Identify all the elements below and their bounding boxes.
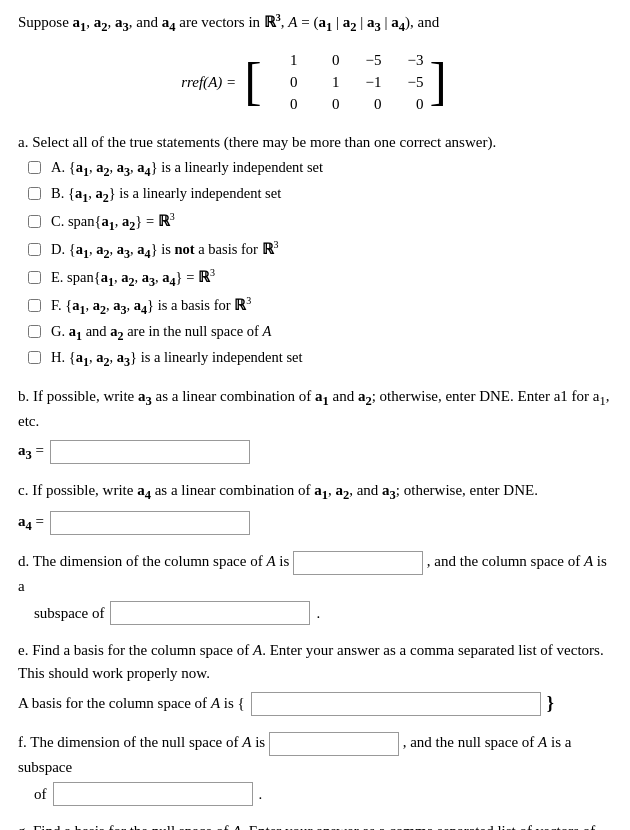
cell-2-3: 0 [390,93,428,116]
checkbox-F[interactable] [28,299,41,312]
checkbox-H[interactable] [28,351,41,364]
cell-1-3: −5 [390,71,428,94]
part-g: g. Find a basis for the null space of A.… [18,820,612,830]
option-C-text: C. span{a1, a2} = ℝ3 [51,209,175,235]
col-a3: a3 [367,14,381,30]
part-c-input[interactable] [50,511,250,535]
part-f-text1: f. The dimension of the null space of A … [18,734,269,750]
part-e-input[interactable] [251,692,541,716]
option-F-text: F. {a1, a2, a3, a4} is a basis for ℝ3 [51,293,251,319]
part-d-period: . [316,602,320,625]
option-D-text: D. {a1, a2, a3, a4} is not a basis for ℝ… [51,237,279,263]
cell-0-3: −3 [390,49,428,72]
part-g-label: g. Find a basis for the null space of A.… [18,820,612,830]
checkbox-D[interactable] [28,243,41,256]
matrix-grid: 1 0 −5 −3 0 1 −1 −5 0 0 0 0 [264,47,428,117]
a1-label: a1 [73,14,87,30]
cell-1-1: 1 [306,71,344,94]
option-F: F. {a1, a2, a3, a4} is a basis for ℝ3 [28,293,612,319]
part-f-of-label: of [34,783,47,806]
part-c-var-label: a4 = [18,510,44,536]
col-a1: a1 [318,14,332,30]
part-e-label: e. Find a basis for the column space of … [18,639,612,684]
cell-0-1: 0 [306,49,344,72]
part-d-text1: d. The dimension of the column space of … [18,553,293,569]
part-d-subspace-label: subspace of [34,602,104,625]
part-e-prefix: A basis for the column space of A is { [18,692,245,715]
checkbox-A[interactable] [28,161,41,174]
cell-1-2: −1 [348,71,386,94]
a4-label: a4 [162,14,176,30]
a2-label: a2 [94,14,108,30]
part-b-label: b. If possible, write a3 as a linear com… [18,385,612,433]
col-a4: a4 [391,14,405,30]
cell-0-2: −5 [348,49,386,72]
checkbox-E[interactable] [28,271,41,284]
checkbox-B[interactable] [28,187,41,200]
matrix-wrapper: [ 1 0 −5 −3 0 1 −1 −5 0 0 0 0 ] [242,47,449,117]
part-d-label: d. The dimension of the column space of … [18,550,612,597]
part-d: d. The dimension of the column space of … [18,550,612,625]
part-f-row2: of . [34,782,612,806]
R3-label: ℝ3 [264,14,281,30]
option-A: A. {a1, a2, a3, a4} is a linearly indepe… [28,157,612,181]
part-e-answer: A basis for the column space of A is { } [18,690,612,717]
checkbox-G[interactable] [28,325,41,338]
part-f-period: . [259,783,263,806]
col-a2: a2 [343,14,357,30]
option-D: D. {a1, a2, a3, a4} is not a basis for ℝ… [28,237,612,263]
cell-0-0: 1 [264,49,302,72]
option-B-text: B. {a1, a2} is a linearly independent se… [51,183,281,207]
option-A-text: A. {a1, a2, a3, a4} is a linearly indepe… [51,157,323,181]
bracket-left: [ [242,56,263,108]
part-b-input[interactable] [50,440,250,464]
checkbox-C[interactable] [28,215,41,228]
intro-line: Suppose a1, a2, a3, and a4 are vectors i… [18,10,612,37]
option-E-text: E. span{a1, a2, a3, a4} = ℝ3 [51,265,215,291]
cell-2-2: 0 [348,93,386,116]
option-G-text: G. a1 and a2 are in the null space of A [51,321,271,345]
part-e: e. Find a basis for the column space of … [18,639,612,717]
part-f-label: f. The dimension of the null space of A … [18,731,612,778]
part-c: c. If possible, write a4 as a linear com… [18,479,612,537]
part-b-row: a3 = [18,439,612,465]
part-c-label: c. If possible, write a4 as a linear com… [18,479,612,505]
part-f: f. The dimension of the null space of A … [18,731,612,806]
part-a: a. Select all of the true statements (th… [18,131,612,371]
part-e-row: A basis for the column space of A is { } [18,690,612,717]
part-d-input1[interactable] [293,551,423,575]
cell-2-1: 0 [306,93,344,116]
option-C: C. span{a1, a2} = ℝ3 [28,209,612,235]
part-c-answer: a4 = [18,510,612,536]
part-d-input2[interactable] [110,601,310,625]
part-b-answer: a3 = [18,439,612,465]
rref-label: rref(A) = [181,71,236,94]
option-E: E. span{a1, a2, a3, a4} = ℝ3 [28,265,612,291]
part-e-close-brace: } [547,690,554,717]
options-list: A. {a1, a2, a3, a4} is a linearly indepe… [18,157,612,370]
part-b: b. If possible, write a3 as a linear com… [18,385,612,465]
part-a-label: a. Select all of the true statements (th… [18,131,612,154]
option-H: H. {a1, a2, a3} is a linearly independen… [28,347,612,371]
part-f-input2[interactable] [53,782,253,806]
a3-label: a3 [115,14,129,30]
part-c-row: a4 = [18,510,612,536]
part-f-input1[interactable] [269,732,399,756]
bracket-right: ] [428,56,449,108]
cell-1-0: 0 [264,71,302,94]
option-G: G. a1 and a2 are in the null space of A [28,321,612,345]
matrix-section: rref(A) = [ 1 0 −5 −3 0 1 −1 −5 0 0 0 0 … [18,47,612,117]
part-d-row2: subspace of . [34,601,612,625]
cell-2-0: 0 [264,93,302,116]
part-b-var-label: a3 = [18,439,44,465]
option-H-text: H. {a1, a2, a3} is a linearly independen… [51,347,303,371]
A-label: A [288,14,297,30]
option-B: B. {a1, a2} is a linearly independent se… [28,183,612,207]
